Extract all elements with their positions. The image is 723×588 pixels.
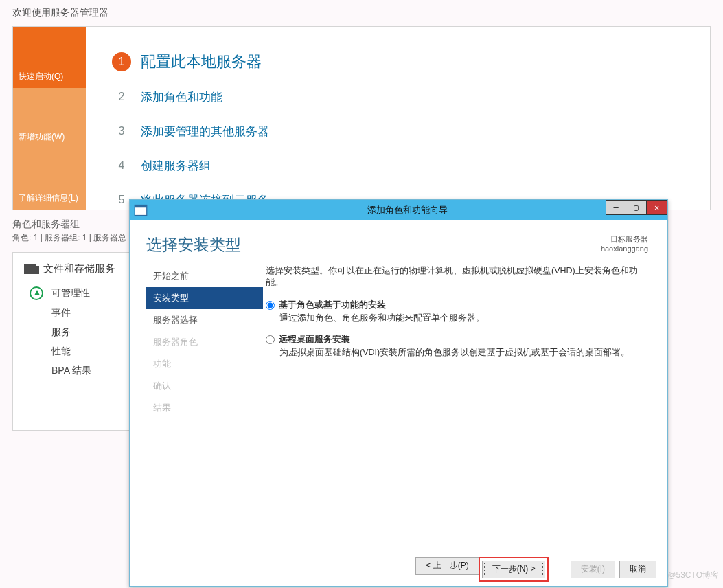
dialog-footer: < 上一步(P) 下一步(N) > 安装(I) 取消 — [130, 552, 667, 586]
card-row-label: BPA 结果 — [51, 365, 91, 377]
status-up-icon — [30, 286, 43, 300]
step-link[interactable]: 添加要管理的其他服务器 — [141, 124, 269, 139]
svg-rect-1 — [135, 205, 147, 208]
radio-role-based[interactable] — [266, 301, 275, 310]
install-button: 安装(I) — [571, 561, 615, 578]
welcome-panel: 快速启动(Q) 新增功能(W) 了解详细信息(L) 1 配置此本地服务器 2 添… — [12, 26, 711, 210]
maximize-button[interactable]: ▢ — [626, 200, 647, 215]
step-create-group[interactable]: 4 创建服务器组 — [112, 156, 684, 175]
nav-server-roles: 服务器角色 — [146, 331, 263, 353]
option-desc: 通过添加角色、角色服务和功能来配置单个服务器。 — [279, 313, 648, 324]
minimize-button[interactable]: — — [606, 200, 626, 215]
step-add-servers[interactable]: 3 添加要管理的其他服务器 — [112, 122, 684, 141]
step-number: 3 — [112, 122, 131, 141]
dialog-heading: 选择安装类型 — [146, 234, 601, 256]
nav-confirmation: 确认 — [146, 375, 263, 397]
target-label: 目标服务器 — [601, 234, 648, 245]
wizard-nav: 开始之前 安装类型 服务器选择 服务器角色 功能 确认 结果 — [146, 265, 263, 546]
step-number: 2 — [112, 87, 131, 106]
add-roles-wizard-dialog: 添加角色和功能向导 — ▢ ✕ 选择安装类型 目标服务器 haoxianggan… — [129, 199, 668, 587]
cancel-button[interactable]: 取消 — [619, 561, 656, 578]
steps-area: 1 配置此本地服务器 2 添加角色和功能 3 添加要管理的其他服务器 4 创建服… — [86, 27, 710, 210]
tile-whatsnew[interactable]: 新增功能(W) — [13, 88, 86, 149]
target-server-block: 目标服务器 haoxianggang — [601, 234, 648, 253]
step-link[interactable]: 添加角色和功能 — [141, 89, 222, 105]
step-number: 5 — [112, 190, 131, 210]
card-row-label: 可管理性 — [51, 287, 90, 299]
nav-installation-type[interactable]: 安装类型 — [146, 287, 263, 309]
window-buttons: — ▢ ✕ — [606, 200, 667, 215]
wizard-icon — [134, 203, 148, 217]
nav-before-you-begin[interactable]: 开始之前 — [146, 265, 263, 287]
option-role-based[interactable]: 基于角色或基于功能的安装 通过添加角色、角色服务和功能来配置单个服务器。 — [266, 299, 648, 324]
target-value: haoxianggang — [601, 245, 648, 253]
server-icon — [24, 264, 36, 274]
option-desc: 为虚拟桌面基础结构(VDI)安装所需的角色服务以创建基于虚拟机或基于会话的桌面部… — [279, 347, 648, 359]
nav-results: 结果 — [146, 397, 263, 419]
prev-button[interactable]: < 上一步(P) — [415, 557, 478, 575]
step-number: 1 — [112, 52, 131, 71]
step-link[interactable]: 配置此本地服务器 — [141, 52, 262, 72]
close-button[interactable]: ✕ — [647, 200, 667, 215]
step-link[interactable]: 创建服务器组 — [141, 158, 211, 174]
tile-learnmore[interactable]: 了解详细信息(L) — [13, 148, 86, 210]
page-title: 欢迎使用服务器管理器 — [0, 0, 723, 26]
dialog-title: 添加角色和功能向导 — [148, 204, 667, 216]
nav-features: 功能 — [146, 353, 263, 375]
tile-quickstart[interactable]: 快速启动(Q) — [13, 27, 86, 88]
dialog-body: 选择安装类型 目标服务器 haoxianggang 开始之前 安装类型 服务器选… — [130, 220, 667, 586]
dialog-titlebar[interactable]: 添加角色和功能向导 — ▢ ✕ — [130, 200, 667, 220]
card-row-label: 事件 — [51, 307, 71, 319]
watermark: @53CTO博客 — [667, 569, 719, 581]
step-configure-local[interactable]: 1 配置此本地服务器 — [112, 52, 684, 72]
dialog-header: 选择安装类型 目标服务器 haoxianggang — [130, 220, 667, 260]
option-rds[interactable]: 远程桌面服务安装 为虚拟桌面基础结构(VDI)安装所需的角色服务以创建基于虚拟机… — [266, 334, 648, 359]
card-row-label: 服务 — [51, 326, 71, 339]
tile-column: 快速启动(Q) 新增功能(W) 了解详细信息(L) — [13, 27, 86, 210]
card-title-text: 文件和存储服务 — [43, 262, 115, 275]
content-pane: 选择安装类型。你可以在正在运行的物理计算机、虚拟机或脱机虚拟硬盘(VHD)上安装… — [263, 265, 651, 546]
highlight-next: 下一步(N) > — [479, 557, 549, 582]
lead-text: 选择安装类型。你可以在正在运行的物理计算机、虚拟机或脱机虚拟硬盘(VHD)上安装… — [266, 265, 648, 289]
step-add-roles[interactable]: 2 添加角色和功能 — [112, 87, 684, 106]
option-title: 远程桌面服务安装 — [279, 334, 350, 346]
option-title: 基于角色或基于功能的安装 — [279, 299, 386, 311]
card-row-label: 性能 — [51, 346, 71, 358]
nav-server-selection[interactable]: 服务器选择 — [146, 309, 263, 331]
dialog-mid: 开始之前 安装类型 服务器选择 服务器角色 功能 确认 结果 选择安装类型。你可… — [130, 260, 667, 552]
step-number: 4 — [112, 156, 131, 175]
next-button[interactable]: 下一步(N) > — [482, 561, 545, 578]
radio-rds[interactable] — [266, 335, 275, 344]
